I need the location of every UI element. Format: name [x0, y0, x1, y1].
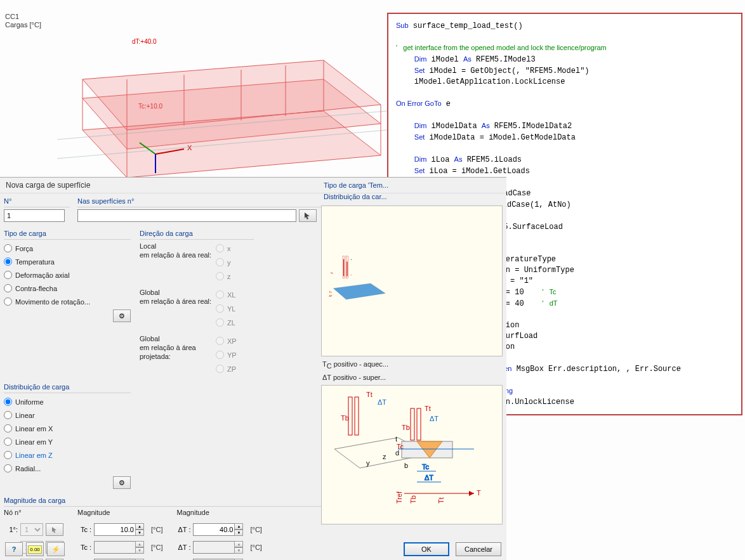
radio-linx[interactable]: [4, 424, 12, 433]
svg-text:y: y: [366, 459, 370, 467]
radio-xl: [216, 290, 224, 299]
spin-up-icon[interactable]: ▲: [135, 523, 144, 530]
radio-forca[interactable]: [4, 244, 12, 252]
radio-uniforme[interactable]: [4, 398, 12, 406]
spin-up-icon[interactable]: ▲: [234, 523, 243, 530]
svg-text:ΔT: ΔT: [329, 294, 333, 297]
pick-surfaces-button[interactable]: [299, 209, 317, 222]
dir-global-label: Globalem relação à área real:: [140, 288, 216, 306]
svg-marker-24: [333, 283, 385, 299]
gear-icon: ⚙: [119, 312, 125, 320]
svg-text:T: T: [477, 489, 481, 497]
help-button[interactable]: ?: [5, 542, 23, 556]
dir-label: Direção da carga: [140, 230, 254, 240]
dir-globalp-label: Globalem relação à áreaprojetada:: [140, 334, 216, 361]
viewport-cargas: Cargas [°C]: [5, 21, 41, 29]
check-button[interactable]: ⚡: [47, 542, 65, 556]
svg-text:Tt: Tt: [366, 391, 372, 398]
mag-hdr2: Magnitude: [176, 509, 261, 516]
radio-deform[interactable]: [4, 271, 12, 279]
spin-down-icon[interactable]: ▼: [135, 530, 144, 536]
svg-rect-28: [355, 397, 359, 435]
tipo-settings-button[interactable]: ⚙: [113, 309, 131, 322]
radio-xp: [216, 337, 224, 345]
svg-text:+: +: [350, 257, 352, 261]
node-sel-1: 1: [20, 523, 43, 536]
code-comment: ' get interface from the opened model an…: [396, 44, 607, 51]
no-label: N°: [4, 197, 70, 207]
ok-button[interactable]: OK: [404, 542, 449, 556]
radio-yp: [216, 351, 224, 359]
svg-text:Tc: Tc: [422, 463, 430, 471]
radio-y: [216, 258, 224, 266]
radio-movrot[interactable]: [4, 297, 12, 306]
surfaces-input[interactable]: [77, 209, 296, 222]
viewport-cc1: CC1: [5, 13, 41, 21]
model-3d: X: [57, 35, 387, 181]
note2: ΔT positivo - super...: [321, 374, 503, 381]
svg-text:ΔT: ΔT: [425, 474, 433, 481]
temp-label: Temperatura: [15, 258, 55, 266]
radio-temperatura[interactable]: [4, 257, 12, 266]
radio-zl: [216, 318, 224, 327]
radio-contra[interactable]: [4, 284, 12, 292]
svg-text:Tb: Tb: [341, 414, 349, 422]
radio-linear[interactable]: [4, 411, 12, 419]
contra-label: Contra-flecha: [15, 285, 57, 292]
dist-settings-button[interactable]: ⚙: [113, 476, 131, 489]
svg-rect-30: [417, 408, 421, 440]
radio-radial[interactable]: [4, 464, 12, 472]
radio-x: [216, 244, 224, 252]
svg-text:Tref: Tref: [395, 491, 403, 504]
svg-text:Tc: Tc: [329, 290, 332, 294]
svg-text:d: d: [395, 449, 399, 457]
svg-text:Tt: Tt: [437, 497, 445, 504]
svg-text:ΔT: ΔT: [378, 398, 386, 406]
pointer-icon: [303, 211, 312, 220]
mag-hdr1: Magnitude: [77, 509, 162, 516]
preview-title-1: Tipo de carga 'Tem...: [321, 180, 503, 190]
preview-distribution: Tb Tt Tb Tt ΔT ΔT z y Tc t b Tc ΔT: [321, 385, 503, 524]
dialog-new-surface-load: Nova carga de superfície N° Nas superfíc…: [0, 177, 506, 560]
cancel-button[interactable]: Cancelar: [456, 542, 501, 556]
svg-text:X: X: [187, 144, 192, 152]
radio-liny[interactable]: [4, 438, 12, 446]
help-icon: ?: [12, 545, 16, 553]
svg-text:ΔT: ΔT: [430, 415, 438, 422]
no-input[interactable]: [4, 209, 65, 222]
svg-marker-51: [469, 491, 474, 496]
preview-load-type: + − Tc Tc ΔT: [321, 205, 503, 356]
svg-text:Tb: Tb: [402, 424, 410, 431]
svg-text:b: b: [404, 462, 408, 469]
gear-icon: ⚙: [119, 479, 125, 487]
svg-rect-29: [411, 408, 414, 440]
svg-text:Tt: Tt: [425, 405, 431, 412]
spin-down-icon[interactable]: ▼: [234, 530, 243, 536]
tc-spin-2: ▲▼: [94, 541, 136, 554]
preview-title-2: Distribuição da car...: [321, 192, 503, 202]
pick-node-1: [46, 523, 63, 536]
svg-text:z: z: [383, 453, 386, 460]
units-button[interactable]: 0.00: [26, 542, 44, 556]
dt-spin-1[interactable]: 40.0▲▼: [193, 523, 235, 536]
movrot-label: Movimento de rotação...: [15, 298, 90, 306]
svg-text:−: −: [350, 273, 352, 277]
radio-linz[interactable]: [4, 451, 12, 459]
svg-rect-27: [348, 397, 352, 435]
dir-local-label: Localem relação à área real:: [140, 242, 216, 259]
dt-spin-2: ▲▼: [193, 541, 235, 554]
ruler-icon: 0.00: [28, 545, 42, 554]
viewport-label: CC1 Cargas [°C]: [5, 13, 41, 29]
lightning-icon: ⚡: [51, 545, 60, 554]
tc-spin-1[interactable]: 10.0▲▼: [94, 523, 136, 536]
svg-text:t: t: [395, 435, 397, 443]
forca-label: Força: [15, 245, 33, 252]
radio-z: [216, 272, 224, 280]
dist-label: Distribuição de carga: [4, 383, 131, 393]
surf-label: Nas superfícies n°: [77, 197, 325, 207]
svg-text:Tb: Tb: [409, 495, 417, 504]
svg-text:Tc: Tc: [331, 271, 333, 275]
note1: TC positivo - aquec...: [321, 360, 503, 370]
node-hdr: Nó n°: [4, 509, 63, 516]
radio-zp: [216, 365, 224, 373]
